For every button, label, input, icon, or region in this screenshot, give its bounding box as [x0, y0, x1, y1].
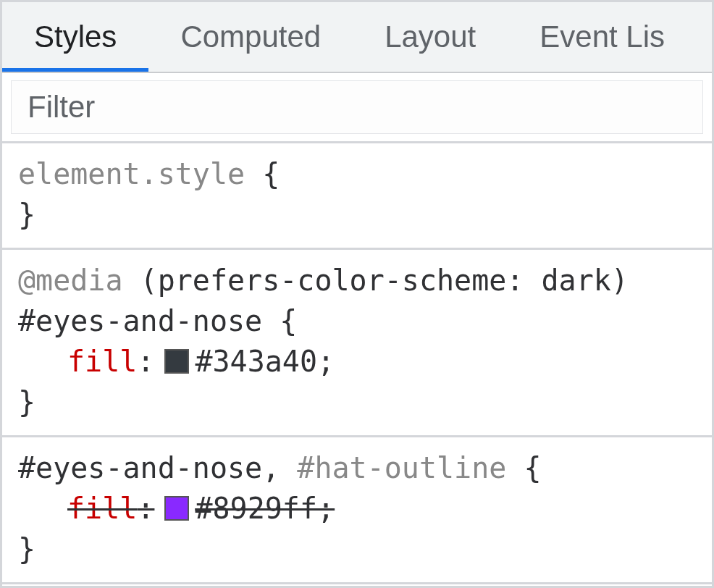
- brace-close: }: [18, 532, 35, 566]
- at-rule-keyword: @media: [18, 264, 123, 297]
- brace-close: }: [18, 198, 35, 231]
- selector[interactable]: #eyes-and-nose: [18, 304, 262, 337]
- tab-styles[interactable]: Styles: [2, 2, 148, 72]
- selector: element.style: [18, 157, 245, 190]
- brace-close: }: [18, 385, 35, 419]
- rule-media-dark[interactable]: @media (prefers-color-scheme: dark) #eye…: [2, 250, 712, 437]
- semicolon: ;: [317, 488, 335, 529]
- selector-comma: ,: [262, 451, 297, 484]
- filter-input[interactable]: [11, 80, 703, 134]
- semicolon: ;: [317, 341, 335, 382]
- colon: :: [137, 341, 154, 382]
- brace-open: {: [524, 451, 541, 484]
- filter-row: [2, 73, 712, 143]
- selector-secondary[interactable]: #hat-outline: [297, 451, 506, 484]
- tab-computed[interactable]: Computed: [148, 2, 353, 72]
- color-swatch-icon[interactable]: [164, 349, 189, 374]
- rule-element-style[interactable]: element.style { }: [2, 143, 712, 250]
- rule-eyes-and-nose-hat[interactable]: #eyes-and-nose, #hat-outline { fill: #89…: [2, 437, 712, 584]
- property-value[interactable]: #8929ff: [195, 488, 317, 529]
- tab-event-listeners[interactable]: Event Lis: [508, 2, 697, 72]
- property-name: fill: [67, 341, 137, 382]
- tab-layout[interactable]: Layout: [353, 2, 508, 72]
- brace-open: {: [280, 304, 297, 337]
- rules-list: element.style { } @media (prefers-color-…: [2, 143, 712, 586]
- styles-panel: Styles Computed Layout Event Lis element…: [0, 0, 714, 588]
- declaration-fill-overridden[interactable]: fill: #8929ff;: [18, 488, 696, 529]
- at-rule-condition-text: (prefers-color-scheme: dark): [140, 264, 629, 297]
- property-value[interactable]: #343a40: [195, 341, 317, 382]
- colon: :: [137, 488, 154, 529]
- color-swatch-icon[interactable]: [164, 496, 189, 521]
- tab-strip: Styles Computed Layout Event Lis: [2, 2, 712, 73]
- selector-primary[interactable]: #eyes-and-nose: [18, 451, 262, 484]
- property-name: fill: [67, 488, 137, 529]
- declaration-fill[interactable]: fill: #343a40;: [18, 341, 696, 382]
- brace-open: {: [262, 157, 280, 190]
